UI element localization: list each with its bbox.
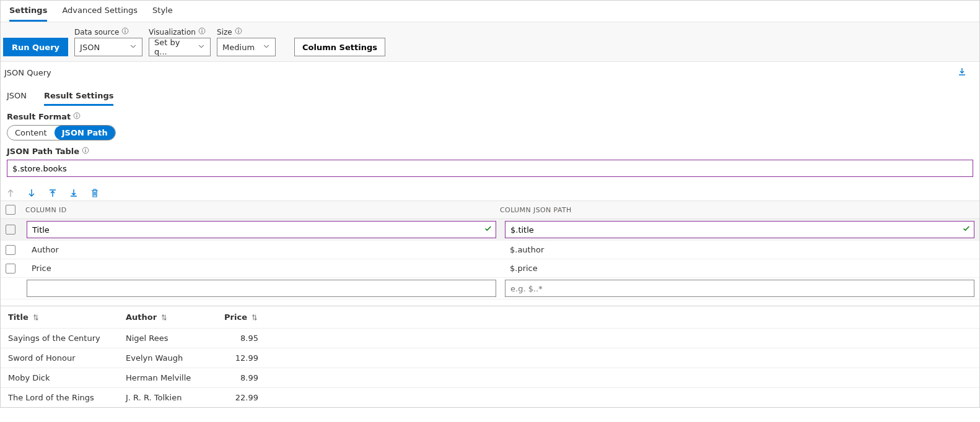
json-path-table-label: JSON Path Table bbox=[7, 147, 79, 156]
arrow-up-icon bbox=[6, 188, 15, 198]
section-title: JSON Query bbox=[4, 68, 51, 77]
select-all-checkbox[interactable] bbox=[6, 205, 15, 215]
data-source-dropdown[interactable]: JSON bbox=[74, 38, 142, 56]
toggle-json-path[interactable]: JSON Path bbox=[55, 126, 115, 140]
svg-point-4 bbox=[201, 29, 202, 30]
sort-icon bbox=[159, 313, 168, 322]
data-source-label: Data source bbox=[74, 28, 119, 37]
data-source-value: JSON bbox=[80, 43, 100, 52]
delete-icon[interactable] bbox=[90, 188, 100, 198]
cell-price: 8.95 bbox=[220, 334, 263, 343]
tab-advanced-settings[interactable]: Advanced Settings bbox=[62, 2, 138, 22]
new-column-id-input[interactable] bbox=[27, 280, 496, 297]
run-query-button[interactable]: Run Query bbox=[3, 38, 68, 56]
download-icon[interactable] bbox=[957, 67, 976, 79]
svg-point-10 bbox=[77, 114, 77, 114]
arrow-down-icon[interactable] bbox=[27, 188, 37, 198]
table-row: The Lord of the Rings J. R. R. Tolkien 2… bbox=[1, 387, 979, 407]
chevron-down-icon bbox=[198, 43, 205, 52]
cell-title: Sword of Honour bbox=[3, 353, 121, 363]
column-def-header: COLUMN ID COLUMN JSON PATH bbox=[1, 200, 979, 219]
chevron-down-icon bbox=[129, 43, 137, 52]
size-label: Size bbox=[217, 28, 232, 37]
check-icon bbox=[484, 225, 492, 235]
row-checkbox[interactable] bbox=[6, 245, 15, 255]
column-id-cell[interactable]: Author bbox=[27, 243, 496, 257]
cell-price: 8.99 bbox=[220, 373, 263, 382]
column-id-input[interactable] bbox=[27, 221, 496, 238]
main-tabs: Settings Advanced Settings Style bbox=[1, 1, 979, 22]
cell-author: Herman Melville bbox=[121, 373, 220, 382]
column-id-cell[interactable]: Price bbox=[27, 261, 496, 275]
column-def-row bbox=[1, 219, 979, 241]
json-path-table-input[interactable] bbox=[7, 160, 973, 177]
column-def-row-blank bbox=[1, 278, 979, 299]
results-table: Title Author Price Sayings of the Centur… bbox=[1, 306, 979, 407]
svg-point-7 bbox=[238, 29, 238, 30]
results-header-author[interactable]: Author bbox=[121, 312, 220, 322]
tab-result-settings[interactable]: Result Settings bbox=[44, 87, 113, 106]
results-header-price[interactable]: Price bbox=[220, 312, 263, 322]
check-icon bbox=[962, 225, 971, 235]
results-header-title[interactable]: Title bbox=[3, 312, 121, 322]
column-path-input[interactable] bbox=[505, 221, 974, 238]
svg-rect-11 bbox=[77, 115, 77, 118]
result-format-toggle: Content JSON Path bbox=[7, 125, 116, 140]
visualization-label: Visualization bbox=[149, 28, 196, 37]
info-icon bbox=[235, 27, 242, 37]
column-path-cell[interactable]: $.author bbox=[505, 243, 974, 257]
column-settings-button[interactable]: Column Settings bbox=[294, 38, 385, 56]
column-def-row: Price $.price bbox=[1, 259, 979, 278]
svg-point-13 bbox=[85, 149, 85, 149]
toggle-content[interactable]: Content bbox=[7, 126, 55, 140]
info-icon bbox=[121, 27, 129, 37]
column-path-cell[interactable]: $.price bbox=[505, 261, 974, 275]
tab-style[interactable]: Style bbox=[152, 2, 173, 22]
svg-point-1 bbox=[125, 29, 126, 30]
sort-icon bbox=[31, 313, 40, 322]
row-tools bbox=[1, 183, 979, 200]
new-column-path-input[interactable] bbox=[505, 280, 974, 297]
cell-title: Moby Dick bbox=[3, 373, 121, 382]
cell-price: 12.99 bbox=[220, 353, 263, 363]
cell-author: Evelyn Waugh bbox=[121, 353, 220, 363]
cell-title: The Lord of the Rings bbox=[3, 393, 121, 402]
table-row: Sayings of the Century Nigel Rees 8.95 bbox=[1, 328, 979, 348]
info-icon bbox=[82, 147, 89, 156]
info-icon bbox=[198, 27, 206, 37]
size-value: Medium bbox=[222, 43, 255, 52]
tab-settings[interactable]: Settings bbox=[9, 2, 47, 22]
visualization-dropdown[interactable]: Set by q... bbox=[149, 38, 211, 56]
cell-author: J. R. R. Tolkien bbox=[121, 393, 220, 402]
column-def-row: Author $.author bbox=[1, 241, 979, 259]
visualization-value: Set by q... bbox=[154, 38, 193, 56]
sub-tabs: JSON Result Settings bbox=[1, 84, 979, 106]
sort-icon bbox=[250, 313, 258, 322]
svg-rect-5 bbox=[201, 30, 202, 33]
result-format-label: Result Format bbox=[7, 112, 71, 121]
table-row: Sword of Honour Evelyn Waugh 12.99 bbox=[1, 348, 979, 368]
cell-author: Nigel Rees bbox=[121, 334, 220, 343]
column-json-path-header: COLUMN JSON PATH bbox=[500, 206, 974, 214]
cell-price: 22.99 bbox=[220, 393, 263, 402]
svg-rect-14 bbox=[85, 150, 86, 152]
svg-rect-2 bbox=[125, 30, 126, 33]
svg-rect-8 bbox=[238, 30, 238, 33]
cell-title: Sayings of the Century bbox=[3, 334, 121, 343]
tab-json[interactable]: JSON bbox=[7, 87, 27, 106]
table-row: Moby Dick Herman Melville 8.99 bbox=[1, 368, 979, 387]
column-id-header: COLUMN ID bbox=[25, 206, 500, 214]
row-checkbox[interactable] bbox=[6, 225, 15, 235]
row-checkbox[interactable] bbox=[6, 264, 15, 273]
toolbar: Run Query Data source JSON Visualization… bbox=[1, 22, 979, 62]
size-dropdown[interactable]: Medium bbox=[217, 38, 276, 56]
move-top-icon[interactable] bbox=[48, 188, 58, 198]
info-icon bbox=[73, 112, 81, 121]
move-bottom-icon[interactable] bbox=[69, 188, 79, 198]
chevron-down-icon bbox=[263, 43, 270, 52]
